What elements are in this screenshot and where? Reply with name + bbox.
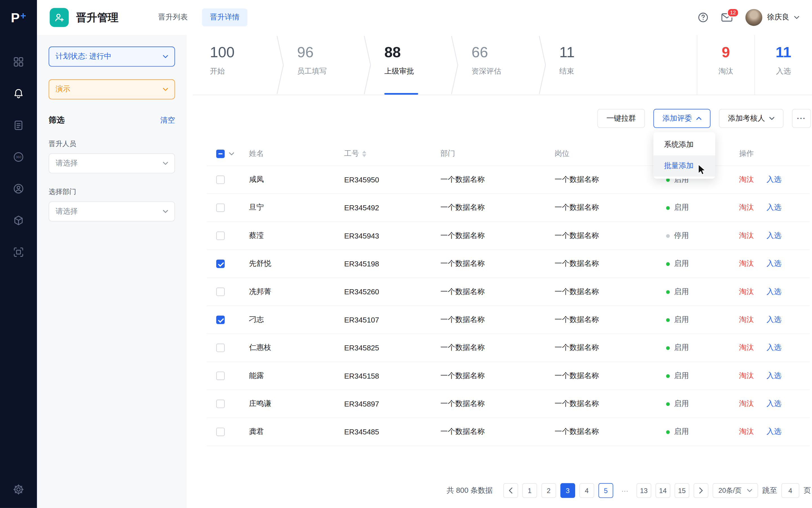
table-row[interactable]: 能露 ER345158 一个数据名称 一个数据名称 启用 淘汰入选	[207, 362, 810, 390]
outcome-selected[interactable]: 11 入选	[755, 35, 812, 95]
row-checkbox[interactable]	[216, 344, 225, 352]
page-button[interactable]: 1	[522, 483, 537, 498]
step-start[interactable]: 100 开始	[193, 35, 280, 95]
employee-dept: 一个数据名称	[440, 231, 555, 241]
row-checkbox[interactable]	[216, 176, 225, 184]
table-row[interactable]: 先舒悦 ER345198 一个数据名称 一个数据名称 启用 淘汰入选	[207, 250, 810, 278]
page-size-select[interactable]: 20条/页	[713, 483, 758, 498]
table-row[interactable]: 蔡滢 ER345943 一个数据名称 一个数据名称 停用 淘汰入选	[207, 222, 810, 250]
select-link[interactable]: 入选	[767, 259, 781, 269]
select-link[interactable]: 入选	[767, 427, 781, 437]
member-user-icon[interactable]	[13, 183, 24, 195]
step-employee-fill[interactable]: 96 员工填写	[280, 35, 368, 95]
outcome-count: 11	[755, 44, 812, 61]
eliminate-link[interactable]: 淘汰	[739, 203, 754, 213]
department-select[interactable]: 请选择	[49, 201, 175, 221]
menu-item-batch-add[interactable]: 批量添加	[653, 155, 715, 176]
table-row[interactable]: 刁志 ER345107 一个数据名称 一个数据名称 启用 淘汰入选	[207, 306, 810, 334]
demo-select[interactable]: 演示	[49, 79, 175, 99]
select-link[interactable]: 入选	[767, 399, 781, 409]
eliminate-link[interactable]: 淘汰	[739, 343, 754, 353]
jump-page-input[interactable]	[781, 483, 799, 498]
employee-name: 旦宁	[249, 203, 344, 213]
promotion-person-label: 晋升人员	[49, 139, 175, 149]
select-link[interactable]: 入选	[767, 315, 781, 325]
select-placeholder: 请选择	[55, 207, 78, 216]
table-row[interactable]: 仁惠枝 ER345825 一个数据名称 一个数据名称 启用 淘汰入选	[207, 334, 810, 362]
table-row[interactable]: 咸凤 ER345950 一个数据名称 一个数据名称 启用 淘汰入选	[207, 166, 810, 194]
table-row[interactable]: 龚君 ER345485 一个数据名称 一个数据名称 启用 淘汰入选	[207, 418, 810, 446]
row-checkbox[interactable]	[216, 204, 225, 212]
promotion-bell-icon[interactable]	[13, 88, 24, 99]
select-link[interactable]: 入选	[767, 175, 781, 185]
mail-button[interactable]: 12	[721, 13, 733, 22]
step-label: 结束	[559, 67, 697, 76]
add-assessor-button[interactable]: 添加考核人	[719, 109, 783, 128]
next-page-button[interactable]	[694, 483, 709, 498]
row-checkbox[interactable]	[216, 288, 225, 296]
step-supervisor-approval[interactable]: 88 上级审批	[368, 35, 455, 95]
table-row[interactable]: 旦宁 ER345492 一个数据名称 一个数据名称 启用 淘汰入选	[207, 194, 810, 222]
add-judge-button[interactable]: 添加评委	[653, 109, 711, 128]
employee-name: 先舒悦	[249, 259, 344, 269]
plan-status-select[interactable]: 计划状态: 进行中	[49, 46, 175, 67]
eliminate-link[interactable]: 淘汰	[739, 287, 754, 297]
chevron-down-icon	[794, 16, 799, 19]
header-nav: 晋升列表 晋升详情	[150, 8, 248, 27]
sort-icon[interactable]	[362, 150, 366, 157]
eliminate-link[interactable]: 淘汰	[739, 427, 754, 437]
eliminate-link[interactable]: 淘汰	[739, 371, 754, 381]
app-window: P+ 360	[0, 0, 812, 508]
settings-gear-icon[interactable]	[13, 484, 24, 495]
table-row[interactable]: 冼邦菁 ER345260 一个数据名称 一个数据名称 启用 淘汰入选	[207, 278, 810, 306]
group-chat-button[interactable]: 一键拉群	[597, 109, 645, 128]
nav-promotion-list[interactable]: 晋升列表	[150, 8, 196, 27]
app-logo[interactable]: P+	[11, 0, 26, 35]
promotion-person-select[interactable]: 请选择	[49, 153, 175, 173]
module-cube-icon[interactable]	[13, 215, 24, 226]
nav-promotion-detail[interactable]: 晋升详情	[202, 8, 247, 27]
eliminate-link[interactable]: 淘汰	[739, 231, 754, 241]
eliminate-link[interactable]: 淘汰	[739, 399, 754, 409]
layout-scan-icon[interactable]	[13, 246, 24, 258]
column-id[interactable]: 工号	[344, 149, 440, 159]
row-checkbox[interactable]	[216, 400, 225, 408]
row-checkbox[interactable]	[216, 231, 225, 240]
user-menu[interactable]: 徐庆良	[745, 9, 799, 26]
page-button[interactable]: 2	[541, 483, 556, 498]
review-360-icon[interactable]: 360	[13, 151, 24, 163]
row-checkbox[interactable]	[216, 315, 225, 324]
select-link[interactable]: 入选	[767, 287, 781, 297]
select-link[interactable]: 入选	[767, 231, 781, 241]
help-button[interactable]	[698, 12, 709, 23]
table-row[interactable]: 庄鸣谦 ER345897 一个数据名称 一个数据名称 启用 淘汰入选	[207, 390, 810, 418]
chevron-down-icon	[769, 117, 774, 120]
select-link[interactable]: 入选	[767, 371, 781, 381]
step-senior-review[interactable]: 66 资深评估	[455, 35, 543, 95]
eliminate-link[interactable]: 淘汰	[739, 175, 754, 185]
dashboard-grid-icon[interactable]	[13, 56, 24, 68]
eliminate-link[interactable]: 淘汰	[739, 259, 754, 269]
more-actions-button[interactable]: ···	[792, 109, 811, 128]
page-button[interactable]: 14	[655, 483, 671, 498]
prev-page-button[interactable]	[503, 483, 518, 498]
row-checkbox[interactable]	[216, 428, 225, 436]
menu-item-system-add[interactable]: 系统添加	[653, 134, 715, 155]
row-checkbox[interactable]	[216, 372, 225, 380]
page-button[interactable]: 15	[674, 483, 689, 498]
selection-chevron-icon[interactable]	[229, 152, 234, 155]
step-finish[interactable]: 11 结束	[543, 35, 697, 95]
page-ellipsis[interactable]: ···	[617, 483, 632, 498]
page-button[interactable]: 5	[598, 483, 613, 498]
select-link[interactable]: 入选	[767, 203, 781, 213]
page-button[interactable]: 4	[580, 483, 594, 498]
outcome-eliminated[interactable]: 9 淘汰	[697, 35, 754, 95]
page-button-active[interactable]: 3	[560, 483, 575, 498]
select-link[interactable]: 入选	[767, 343, 781, 353]
row-checkbox[interactable]	[216, 260, 225, 268]
plan-clipboard-icon[interactable]	[13, 120, 24, 131]
eliminate-link[interactable]: 淘汰	[739, 315, 754, 325]
page-button[interactable]: 13	[636, 483, 651, 498]
select-all-checkbox[interactable]	[216, 150, 225, 158]
clear-filters-link[interactable]: 清空	[160, 116, 175, 125]
